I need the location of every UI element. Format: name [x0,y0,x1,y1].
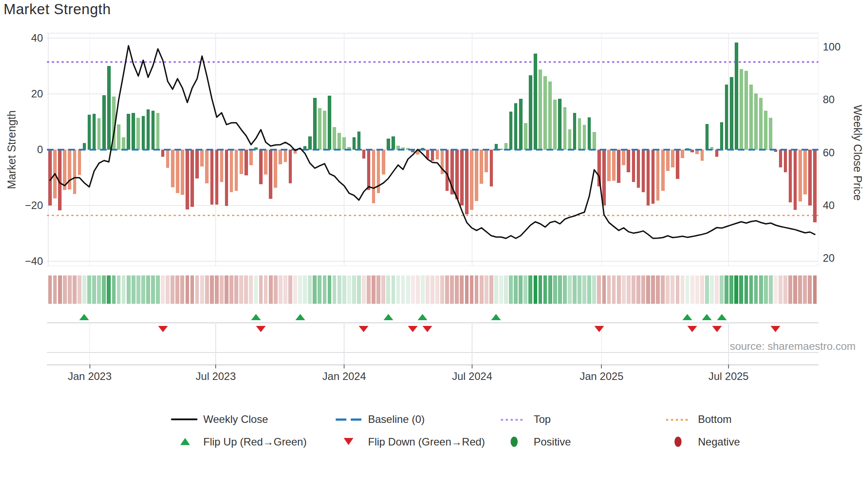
heatmap-cell [686,275,690,304]
source-attribution: source: sharemaestro.com [730,340,856,352]
heatmap-cell [362,275,366,304]
heatmap-cell [308,275,312,304]
heatmap-cell [210,275,214,304]
x-axis-tick-label: Jul 2023 [196,370,236,383]
chart-title: Market Strength [4,1,111,18]
heatmap-cell [558,275,562,304]
heatmap-cell [710,275,714,304]
heatmap-cell [357,275,361,304]
heatmap-cell [749,275,753,304]
heatmap-cell [676,275,680,304]
heatmap-cell [627,275,631,304]
heatmap-cell [132,275,136,304]
flip-down-marker [359,326,368,332]
marker-panel-gridline [47,352,818,353]
heatmap-cell [426,275,430,304]
x-axis-tick [89,364,90,368]
heatmap-cell [205,275,209,304]
heatmap-cell [293,275,297,304]
heatmap-cell [666,275,670,304]
right-axis-tick-label: 60 [823,147,835,159]
heatmap-cell [813,275,817,304]
heatmap-cell [127,275,131,304]
heatmap-cell [739,275,743,304]
flip-up-marker [717,314,727,320]
heatmap-cell [504,275,508,304]
heatmap-cell [764,275,768,304]
heatmap-cell [333,275,337,304]
x-axis-tick [728,364,729,368]
main-plot-area [47,33,818,266]
marker-panel-gridline-x [215,322,216,364]
flip-up-marker [295,314,305,320]
left-axis-tick-label: 0 [37,143,43,156]
heatmap-cell [112,275,116,304]
legend-label-negative: Negative [698,436,740,448]
heatmap-cell [690,275,694,304]
heatmap-cell [73,275,77,304]
heatmap-cell [342,275,346,304]
legend-label-bottom: Bottom [698,413,732,426]
heatmap-cell [337,275,341,304]
heatmap-cell [92,275,96,304]
left-axis-title: Market Strength [5,110,18,189]
left-axis-tick-label: 20 [31,88,43,100]
heatmap-cell [592,275,596,304]
heatmap-cell [798,275,802,304]
heatmap-cell [725,275,728,304]
flip-up-marker [491,314,501,320]
heatmap-cell [661,275,665,304]
flip-down-marker [256,326,266,332]
heatmap-cell [367,275,371,304]
heatmap-cell [734,275,738,304]
heatmap-cell [180,275,184,304]
heatmap-cell [656,275,660,304]
heatmap-cell [470,275,474,304]
heatmap-cell [386,275,390,304]
legend-label-positive: Positive [534,436,571,448]
heatmap-cell [607,275,611,304]
heatmap-cell [523,275,527,304]
heatmap-cell [161,275,165,304]
heatmap-cell [695,275,699,304]
heatmap-cell [440,275,444,304]
flip-up-marker [251,314,261,320]
heatmap-cell [372,275,376,304]
heatmap-cell [411,275,415,304]
flip-down-marker [408,326,418,332]
heatmap-cell [519,275,523,304]
heatmap-cell [269,275,273,304]
heatmap-cell [573,275,577,304]
heatmap-cell [401,275,405,304]
heatmap-cell [122,275,126,304]
heatmap-cell [244,275,248,304]
legend-label-top: Top [534,413,551,426]
heatmap-cell [141,275,145,304]
heatmap-cell [587,275,591,304]
heatmap-cell [528,275,532,304]
heatmap-cell [641,275,645,304]
heatmap-cell [48,275,52,304]
x-axis-tick-label: Jul 2025 [709,370,749,383]
heatmap-cell [484,275,488,304]
heatmap-cell [170,275,174,304]
flip-down-marker [594,326,604,332]
x-axis-tick [472,364,473,368]
left-axis-tick-label: 40 [31,32,43,44]
heatmap-cell [279,275,283,304]
legend-label-flip-up: Flip Up (Red→Green) [203,436,306,448]
heatmap-cell [288,275,292,304]
heatmap-cell [803,275,807,304]
heatmap-cell [323,275,327,304]
right-axis-tick-label: 80 [823,93,835,106]
heatmap-cell [494,275,498,304]
heatmap-cell [376,275,380,304]
heatmap-cell [151,275,155,304]
heatmap-cell [602,275,606,304]
x-axis-tick-label: Jan 2023 [68,370,112,383]
heatmap-cell [435,275,439,304]
heatmap-cell [612,275,616,304]
legend-positive-icon [511,437,518,447]
heatmap-cell [249,275,253,304]
heatmap-cell [225,275,229,304]
